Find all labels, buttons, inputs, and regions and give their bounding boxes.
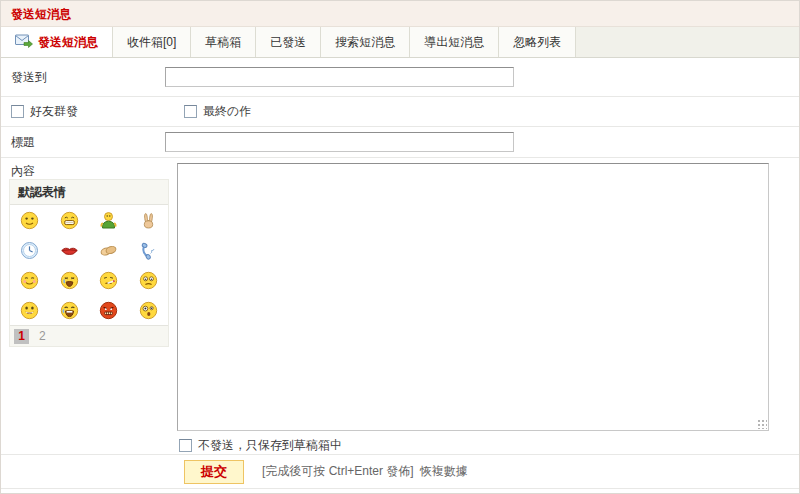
- friend-mass-send-label: 好友群發: [30, 103, 78, 120]
- tab-ignore-list[interactable]: 忽略列表: [499, 27, 576, 57]
- title-row: 標題: [1, 127, 799, 158]
- emoticon-smirk-smiley-icon[interactable]: [10, 205, 50, 235]
- emoticon-angry-smiley-icon[interactable]: [89, 295, 129, 325]
- emoticon-victory-hand-icon[interactable]: [129, 205, 169, 235]
- tab-search-messages[interactable]: 搜索短消息: [321, 27, 410, 57]
- tab-label: 草稿箱: [205, 34, 241, 51]
- envelope-send-icon: [15, 34, 33, 51]
- friend-mass-send-checkbox[interactable]: [11, 105, 24, 118]
- final-work-checkbox[interactable]: [184, 105, 197, 118]
- final-work-label: 最終の作: [203, 103, 251, 120]
- emoticon-shocked-smiley-icon[interactable]: [129, 295, 169, 325]
- tab-bar-filler: [576, 27, 799, 57]
- emoticon-clock-icon[interactable]: [10, 235, 50, 265]
- emoticon-smile-smiley-icon[interactable]: [10, 295, 50, 325]
- emoticon-handshake-icon[interactable]: [89, 235, 129, 265]
- tab-send-message[interactable]: 發送短消息: [1, 27, 113, 57]
- send-to-label: 發送到: [1, 69, 165, 86]
- submit-button[interactable]: 提交: [184, 460, 244, 484]
- pagination-page-current[interactable]: 1: [14, 329, 29, 344]
- title-label: 標題: [1, 134, 165, 151]
- restore-data-link[interactable]: 恢複數據: [420, 463, 468, 480]
- submit-hint: [完成後可按 Ctrl+Enter 發佈]: [262, 463, 414, 480]
- options-row: 好友群發 最終の作: [1, 97, 799, 127]
- emoticon-telephone-icon[interactable]: [129, 235, 169, 265]
- emoticon-kiss-lips-icon[interactable]: [50, 235, 90, 265]
- tab-label: 忽略列表: [513, 34, 561, 51]
- content-label: 內容: [11, 163, 35, 180]
- save-draft-only-checkbox[interactable]: [179, 439, 192, 452]
- tab-label: 導出短消息: [424, 34, 484, 51]
- send-message-page: 發送短消息 發送短消息 收件箱[0] 草稿箱 已發送 搜索短消息 導出短消息 忽…: [0, 0, 800, 494]
- emoticon-blush-smiley-icon[interactable]: [10, 265, 50, 295]
- tab-drafts[interactable]: 草稿箱: [191, 27, 256, 57]
- tab-export-messages[interactable]: 導出短消息: [410, 27, 499, 57]
- emoticon-panel-header: 默認表情: [10, 180, 168, 204]
- pagination-page-2[interactable]: 2: [39, 329, 46, 343]
- textarea-resize-grip[interactable]: [757, 419, 767, 429]
- tab-sent[interactable]: 已發送: [256, 27, 321, 57]
- title-input[interactable]: [165, 132, 514, 152]
- emoticon-laughing-smiley-icon[interactable]: [50, 295, 90, 325]
- save-draft-only-label: 不發送，只保存到草稿箱中: [198, 437, 342, 454]
- send-to-row: 發送到: [1, 58, 799, 97]
- content-textarea[interactable]: [177, 163, 769, 431]
- emoticon-pagination: 1 2: [10, 326, 168, 346]
- emoticon-grin-smiley-icon[interactable]: [50, 205, 90, 235]
- submit-row: 提交 [完成後可按 Ctrl+Enter 發佈] 恢複數據: [1, 455, 799, 489]
- tab-bar: 發送短消息 收件箱[0] 草稿箱 已發送 搜索短消息 導出短消息 忽略列表: [1, 27, 799, 58]
- content-row: 內容 默認表情 1 2: [1, 158, 799, 437]
- emoticon-grid: [10, 204, 168, 326]
- tab-inbox[interactable]: 收件箱[0]: [113, 27, 191, 57]
- emoticon-hug-smiley-icon[interactable]: [89, 205, 129, 235]
- tab-label: 已發送: [270, 34, 306, 51]
- send-to-input[interactable]: [165, 67, 514, 87]
- emoticon-panel: 默認表情 1 2: [9, 179, 169, 347]
- tab-label: 收件箱[0]: [127, 34, 176, 51]
- emoticon-crying-smiley-icon[interactable]: [50, 265, 90, 295]
- page-title: 發送短消息: [11, 7, 71, 21]
- tab-label: 發送短消息: [38, 34, 98, 51]
- page-header: 發送短消息: [1, 1, 799, 27]
- emoticon-sick-smiley-icon[interactable]: [89, 265, 129, 295]
- emoticon-worried-smiley-icon[interactable]: [129, 265, 169, 295]
- draft-only-row: 不發送，只保存到草稿箱中: [1, 437, 799, 455]
- tab-label: 搜索短消息: [335, 34, 395, 51]
